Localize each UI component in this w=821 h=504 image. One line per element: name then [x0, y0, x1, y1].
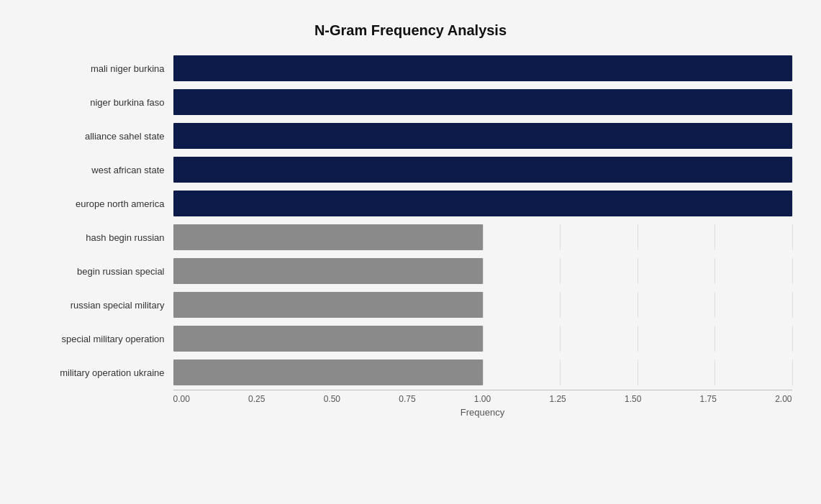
grid-line — [560, 326, 561, 352]
bar-row: military operation ukraine — [30, 356, 792, 390]
grid-line — [792, 326, 793, 352]
bar-row: europe north america — [30, 187, 792, 221]
grid-line — [792, 224, 793, 250]
bar-track — [173, 123, 792, 149]
bar-label: west african state — [30, 165, 173, 175]
grid-line — [483, 292, 484, 318]
grid-line — [483, 359, 484, 385]
bar-fill — [173, 359, 483, 385]
bar-row: west african state — [30, 153, 792, 187]
grid-line — [715, 359, 715, 385]
grid-line — [792, 258, 793, 284]
grid-line — [792, 55, 793, 81]
grid-line — [715, 224, 715, 250]
bar-fill — [173, 89, 792, 115]
grid-line — [792, 89, 793, 115]
grid-line — [792, 191, 793, 216]
bar-track — [173, 258, 792, 284]
grid-line — [715, 292, 715, 318]
x-axis-line — [173, 390, 792, 390]
bar-track — [173, 55, 792, 81]
x-axis-label: Frequency — [173, 407, 792, 418]
grid-line — [792, 292, 793, 318]
grid-line — [560, 258, 561, 284]
bar-track — [173, 326, 792, 352]
bar-row: special military operation — [30, 322, 792, 356]
chart-inner: mali niger burkinaniger burkina fasoalli… — [30, 52, 792, 390]
bar-track — [173, 191, 792, 216]
x-tick: 1.25 — [549, 394, 566, 404]
x-tick: 0.50 — [324, 394, 340, 404]
x-axis-area: 0.000.250.500.751.001.251.501.752.00 Fre… — [173, 390, 792, 426]
bar-label: alliance sahel state — [30, 131, 173, 142]
bar-fill — [173, 123, 792, 149]
bar-row: russian special military — [30, 288, 792, 322]
bar-fill — [173, 55, 792, 81]
grid-line — [715, 258, 715, 284]
chart-title: N-Gram Frequency Analysis — [30, 22, 792, 39]
x-tick: 1.50 — [625, 394, 641, 404]
bar-row: alliance sahel state — [30, 119, 792, 153]
bar-label: niger burkina faso — [30, 97, 173, 108]
bar-row: mali niger burkina — [30, 52, 792, 86]
grid-line — [560, 359, 561, 385]
x-tick: 2.00 — [775, 394, 791, 404]
bar-label: hash begin russian — [30, 232, 173, 243]
grid-line — [638, 326, 638, 352]
grid-line — [792, 359, 793, 385]
bar-label: special military operation — [30, 334, 173, 344]
bar-label: russian special military — [30, 300, 173, 311]
bar-row: begin russian special — [30, 255, 792, 288]
bar-track — [173, 157, 792, 183]
bar-label: mali niger burkina — [30, 63, 173, 74]
grid-line — [483, 326, 484, 352]
bar-fill — [173, 191, 792, 216]
bar-track — [173, 292, 792, 318]
grid-line — [483, 224, 484, 250]
grid-line — [560, 292, 561, 318]
grid-line — [792, 123, 793, 149]
grid-line — [638, 292, 638, 318]
x-tick: 1.00 — [474, 394, 491, 404]
chart-container: N-Gram Frequency Analysis mali niger bur… — [15, 8, 807, 497]
bar-fill — [173, 326, 483, 352]
grid-line — [792, 157, 793, 183]
grid-line — [715, 326, 715, 352]
bar-fill — [173, 157, 792, 183]
bar-fill — [173, 258, 483, 284]
grid-line — [638, 224, 638, 250]
bar-track — [173, 89, 792, 115]
bar-fill — [173, 292, 483, 318]
grid-line — [483, 258, 484, 284]
x-tick: 1.75 — [700, 394, 717, 404]
grid-line — [560, 224, 561, 250]
grid-line — [638, 359, 638, 385]
x-tick: 0.25 — [248, 394, 265, 404]
x-tick: 0.75 — [399, 394, 415, 404]
bar-label: begin russian special — [30, 266, 173, 277]
bar-label: europe north america — [30, 198, 173, 209]
x-tick: 0.00 — [173, 394, 190, 404]
bar-track — [173, 224, 792, 250]
bar-fill — [173, 224, 483, 250]
chart-area: mali niger burkinaniger burkina fasoalli… — [30, 52, 792, 426]
bar-row: hash begin russian — [30, 221, 792, 255]
x-axis-ticks: 0.000.250.500.751.001.251.501.752.00 — [173, 394, 792, 404]
bar-label: military operation ukraine — [30, 367, 173, 378]
bar-row: niger burkina faso — [30, 86, 792, 119]
bar-track — [173, 359, 792, 385]
grid-line — [638, 258, 638, 284]
